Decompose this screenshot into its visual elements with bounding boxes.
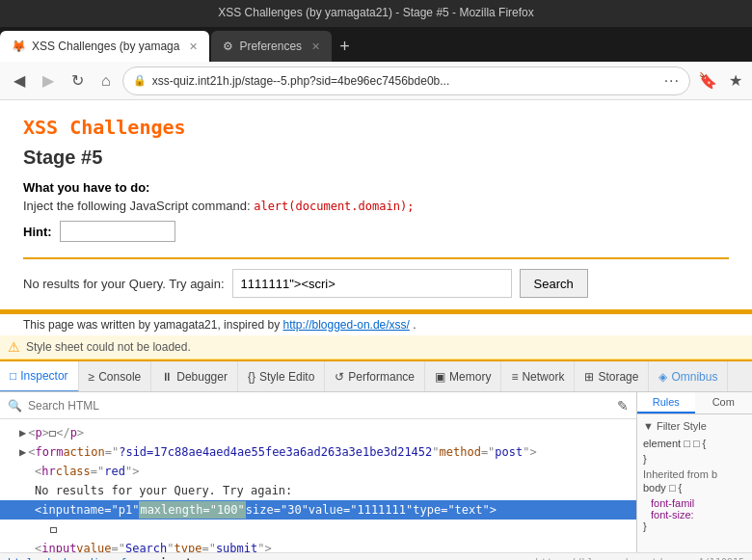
- hint-input[interactable]: [60, 221, 175, 242]
- inspector-label: Inspector: [20, 369, 67, 383]
- hint-row: Hint:: [23, 221, 729, 242]
- breadcrumb-sep-3: ›: [110, 556, 117, 560]
- stage-title: Stage #5: [23, 147, 729, 169]
- tab-xss-close[interactable]: ✕: [189, 40, 198, 53]
- nav-icons: 🔖 ★: [696, 69, 744, 92]
- home-button[interactable]: ⌂: [95, 68, 117, 93]
- tab-preferences[interactable]: ⚙ Preferences ✕: [211, 31, 332, 62]
- footer-end: .: [413, 318, 416, 332]
- filter-style-label: ▼ Filter Style: [643, 420, 746, 432]
- html-tree: ▶ <p> ◻ </p> ▶ <form action="?sid=17c88a…: [0, 419, 636, 552]
- inspector-icon: □: [10, 369, 16, 383]
- refresh-button[interactable]: ↻: [66, 67, 90, 93]
- back-button[interactable]: ◀: [8, 67, 31, 93]
- title-bar: XSS Challenges (by yamagata21) - Stage #…: [0, 0, 752, 27]
- tree-line-form: ▶ <form action="?sid=17c88ae4aed4ae55fee…: [0, 442, 636, 462]
- nav-bar: ◀ ▶ ↻ ⌂ 🔒 xss-quiz.int21h.jp/stage--5.ph…: [0, 62, 752, 100]
- dt-tab-omnibus[interactable]: ◈ Omnibus: [649, 361, 728, 392]
- footer-note: This page was written by yamagata21, ins…: [0, 312, 752, 335]
- console-label: Console: [98, 370, 141, 384]
- element-close: }: [643, 453, 746, 465]
- omnibus-label: Omnibus: [671, 370, 717, 384]
- html-search-input[interactable]: [28, 399, 611, 413]
- perf-label: Performance: [348, 370, 415, 384]
- body-rule: body □ {: [643, 482, 746, 493]
- style-label: Style Edito: [259, 370, 314, 384]
- devtools-search-bar: 🔍 ✎: [0, 392, 636, 419]
- dt-tab-inspector[interactable]: □ Inspector: [0, 361, 79, 392]
- task-desc-text: Inject the following JavaScript command:: [23, 199, 251, 213]
- breadcrumb-sep-2: ›: [77, 556, 84, 560]
- xss-header: XSS Challenges: [23, 116, 729, 139]
- search-icon: 🔍: [8, 399, 22, 413]
- tab-prefs-close[interactable]: ✕: [311, 40, 320, 53]
- forward-button[interactable]: ▶: [37, 67, 60, 93]
- expand-sub[interactable]: ◻: [50, 520, 57, 538]
- query-row: No results for your Query. Try again: Se…: [23, 269, 729, 298]
- dt-tab-network[interactable]: ≡ Network: [501, 361, 575, 392]
- memory-label: Memory: [449, 370, 491, 384]
- breadcrumb-sep-4: ›: [149, 556, 156, 560]
- breadcrumb-bar: html › body › div › form › input https:/…: [0, 552, 752, 560]
- storage-label: Storage: [598, 370, 638, 384]
- tree-line-p: ▶ <p> ◻ </p>: [0, 423, 636, 442]
- dt-tab-perf[interactable]: ↺ Performance: [325, 361, 425, 392]
- dt-tab-memory[interactable]: ▣ Memory: [425, 361, 501, 392]
- tree-line-hr1: <hr class="red" >: [0, 462, 636, 481]
- edit-icon[interactable]: ✎: [617, 398, 629, 413]
- font-size-prop: font-size:: [651, 509, 746, 520]
- query-input[interactable]: [232, 269, 512, 298]
- dt-tab-console[interactable]: ≥ Console: [79, 361, 152, 392]
- bookmark-icon[interactable]: 🔖: [696, 69, 719, 92]
- breadcrumb-body[interactable]: body: [47, 556, 73, 560]
- expand-p[interactable]: ▶: [19, 424, 26, 441]
- devtools-right: Rules Com ▼ Filter Style element □ □ { }…: [636, 392, 752, 552]
- footer-text: This page was written by yamagata21, ins…: [23, 318, 282, 332]
- rt-tab-comp[interactable]: Com: [695, 392, 753, 413]
- right-content: ▼ Filter Style element □ □ { } Inherited…: [637, 414, 752, 552]
- search-button[interactable]: Search: [520, 269, 588, 298]
- network-label: Network: [522, 370, 564, 384]
- lock-icon: 🔒: [133, 74, 147, 87]
- tab-prefs-label: Preferences: [239, 40, 302, 53]
- font-family-prop: font-famil: [651, 497, 746, 509]
- task-label: What you have to do:: [23, 180, 729, 195]
- more-button[interactable]: ···: [664, 72, 680, 90]
- network-icon: ≡: [511, 370, 518, 384]
- tab-prefs-icon: ⚙: [223, 40, 233, 53]
- tree-line-input[interactable]: <input name="p1" maxlength="100" size="3…: [0, 500, 636, 520]
- breadcrumb-html[interactable]: html: [8, 556, 34, 560]
- right-tabs: Rules Com: [637, 392, 752, 414]
- breadcrumb-sep-1: ›: [38, 556, 44, 560]
- rt-tab-rules[interactable]: Rules: [637, 392, 695, 413]
- breadcrumb-div[interactable]: div: [87, 556, 106, 560]
- dt-tab-style[interactable]: {} Style Edito: [238, 361, 325, 392]
- breadcrumb-input[interactable]: input: [160, 556, 192, 560]
- devtools-main: 🔍 ✎ ▶ <p> ◻ </p> ▶ <form action="?sid=17…: [0, 392, 636, 552]
- tree-line-submit: <input value="Search" type="submit" >: [0, 539, 636, 552]
- star-icon[interactable]: ★: [727, 69, 744, 92]
- console-icon: ≥: [89, 370, 95, 384]
- page-content: XSS Challenges Stage #5 What you have to…: [0, 100, 752, 312]
- window-title: XSS Challenges (by yamagata21) - Stage #…: [218, 6, 534, 19]
- tab-xss-icon: 🦊: [12, 40, 26, 53]
- omnibus-icon: ◈: [658, 370, 667, 384]
- address-text: xss-quiz.int21h.jp/stage--5.php?sid=4be9…: [152, 74, 658, 88]
- warning-text: Style sheet could not be loaded.: [26, 340, 191, 354]
- warning-icon: ⚠: [8, 339, 20, 355]
- style-warning: ⚠ Style sheet could not be loaded.: [0, 335, 752, 360]
- address-bar-wrapper: 🔒 xss-quiz.int21h.jp/stage--5.php?sid=4b…: [122, 67, 690, 95]
- breadcrumb-form[interactable]: form: [121, 556, 147, 560]
- storage-icon: ⊞: [584, 370, 594, 384]
- inherited-from: Inherited from b: [643, 468, 746, 480]
- body-close: }: [643, 520, 746, 532]
- tab-xss[interactable]: 🦊 XSS Challenges (by yamaga ✕: [0, 31, 209, 62]
- dt-tab-storage[interactable]: ⊞ Storage: [575, 361, 649, 392]
- tree-line-expand: ◻: [0, 520, 636, 539]
- debugger-label: Debugger: [176, 370, 228, 384]
- dt-tab-debugger[interactable]: ⏸ Debugger: [151, 361, 238, 392]
- new-tab-button[interactable]: +: [332, 37, 358, 57]
- footer-link[interactable]: http://blogged-on.de/xss/: [282, 318, 409, 332]
- task-desc-row: Inject the following JavaScript command:…: [23, 199, 729, 213]
- expand-form[interactable]: ▶: [19, 443, 26, 461]
